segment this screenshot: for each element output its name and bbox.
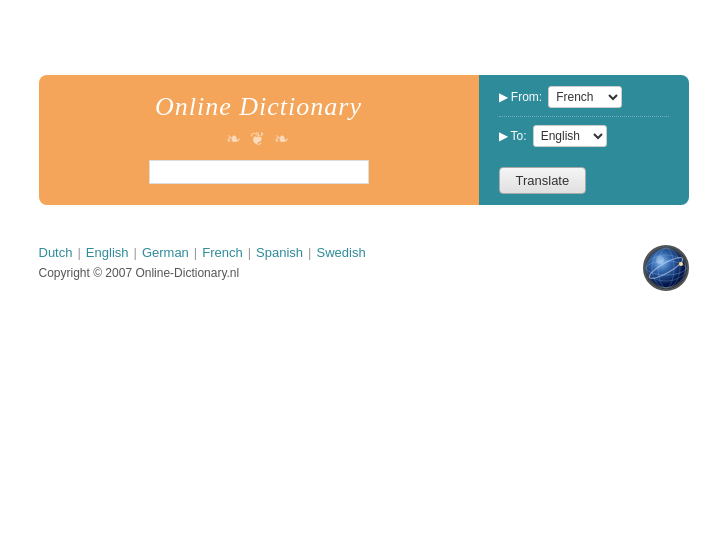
- separator-5: |: [308, 245, 311, 260]
- separator-1: |: [77, 245, 80, 260]
- footer-link-french[interactable]: French: [202, 245, 242, 260]
- footer-section: Dutch | English | German | French | Span…: [39, 245, 689, 291]
- from-row: ▶ From: French English German Dutch Span…: [499, 86, 669, 117]
- links-row: Dutch | English | German | French | Span…: [39, 245, 366, 260]
- site-title: Online Dictionary: [155, 92, 362, 122]
- from-label: ▶ From:: [499, 90, 543, 104]
- footer-link-spanish[interactable]: Spanish: [256, 245, 303, 260]
- footer-link-german[interactable]: German: [142, 245, 189, 260]
- book-decoration: ❧ ❦ ❧: [226, 128, 291, 150]
- globe-icon: [643, 245, 689, 291]
- separator-3: |: [194, 245, 197, 260]
- footer-link-english[interactable]: English: [86, 245, 129, 260]
- left-panel: Online Dictionary ❧ ❦ ❧: [39, 75, 479, 205]
- to-language-select[interactable]: English French German Dutch Spanish Swed…: [533, 125, 607, 147]
- from-language-select[interactable]: French English German Dutch Spanish Swed…: [548, 86, 622, 108]
- to-label: ▶ To:: [499, 129, 527, 143]
- footer-links: Dutch | English | German | French | Span…: [39, 245, 366, 280]
- translate-button[interactable]: Translate: [499, 167, 587, 194]
- search-input[interactable]: [149, 160, 369, 184]
- copyright-text: Copyright © 2007 Online-Dictionary.nl: [39, 266, 366, 280]
- separator-4: |: [248, 245, 251, 260]
- header-bar: Online Dictionary ❧ ❦ ❧ ▶ From: French E…: [39, 75, 689, 205]
- footer-link-dutch[interactable]: Dutch: [39, 245, 73, 260]
- right-panel: ▶ From: French English German Dutch Span…: [479, 75, 689, 205]
- separator-2: |: [134, 245, 137, 260]
- svg-point-7: [679, 262, 683, 266]
- page-container: Online Dictionary ❧ ❦ ❧ ▶ From: French E…: [0, 0, 727, 545]
- footer-link-swedish[interactable]: Swedish: [316, 245, 365, 260]
- svg-point-5: [656, 256, 664, 264]
- to-row: ▶ To: English French German Dutch Spanis…: [499, 125, 669, 155]
